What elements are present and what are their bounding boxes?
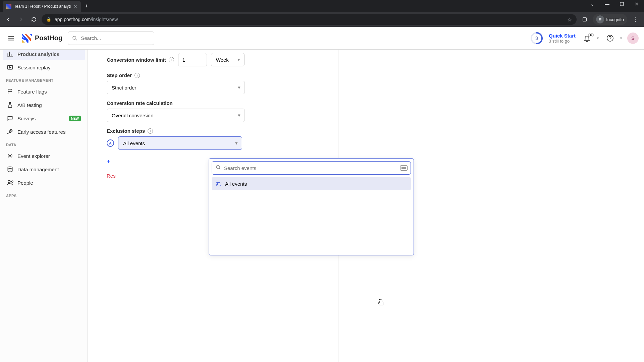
svg-point-14 — [8, 167, 12, 169]
main-panel: Conversion window limit i Week ▾ Step or… — [88, 50, 644, 362]
step-order-label: Step order — [107, 72, 132, 78]
search-placeholder: Search... — [81, 35, 101, 41]
sidebar-item-session-replay[interactable]: Session replay — [3, 61, 85, 74]
chat-icon — [7, 115, 13, 122]
chevron-down-icon[interactable]: ⌄ — [588, 1, 597, 7]
chevron-down-icon: ▾ — [238, 84, 240, 90]
quickstart-link[interactable]: Quick Start 3 still to go — [549, 33, 576, 44]
quickstart-progress[interactable]: 3 — [530, 32, 543, 45]
close-window-icon[interactable]: ✕ — [632, 1, 641, 7]
sidebar-item-event-explorer[interactable]: Event explorer — [3, 149, 85, 162]
sidebar-item-people[interactable]: People — [3, 176, 85, 189]
sidebar-section-data: DATA — [0, 139, 88, 149]
help-button[interactable] — [604, 32, 616, 44]
close-icon[interactable]: ✕ — [73, 4, 77, 9]
sidebar-item-label: A/B testing — [17, 102, 42, 108]
address-bar[interactable]: 🔒 app.posthog.com/insights/new ☆ — [42, 14, 577, 25]
extensions-icon[interactable] — [579, 14, 590, 25]
sidebar-section-apps: APPS — [0, 190, 88, 200]
sidebar-item-surveys[interactable]: Surveys NEW — [3, 112, 85, 125]
sidebar-item-data-management[interactable]: Data management — [3, 163, 85, 176]
search-icon — [72, 36, 77, 41]
select-value: Overall conversion — [112, 113, 153, 118]
logo-text: PostHog — [35, 34, 62, 42]
url-text: app.posthog.com/insights/new — [55, 17, 118, 22]
exclusion-steps-label: Exclusion steps — [107, 128, 145, 134]
bar-chart-icon — [7, 51, 13, 57]
browser-menu-icon[interactable]: ⋮ — [630, 14, 641, 25]
bookmark-icon[interactable]: ☆ — [567, 16, 572, 23]
sidebar-item-label: Surveys — [17, 116, 36, 121]
sidebar-section-feature: FEATURE MANAGEMENT — [0, 74, 88, 84]
notifications-button[interactable]: 0 — [581, 32, 593, 44]
svg-point-13 — [9, 155, 10, 156]
svg-point-12 — [10, 130, 11, 131]
keyboard-icon[interactable] — [400, 165, 408, 171]
sidebar-item-label: Data management — [17, 167, 59, 172]
svg-point-15 — [8, 180, 10, 183]
svg-line-17 — [219, 168, 220, 169]
sidebar-item-label: Feature flags — [17, 89, 47, 95]
info-icon[interactable]: i — [169, 57, 174, 62]
sidebar-item-label: Early access features — [17, 129, 65, 135]
info-icon[interactable]: i — [148, 128, 153, 134]
conversion-window-unit-select[interactable]: Week ▾ — [211, 53, 245, 66]
chevron-down-icon[interactable]: ▾ — [597, 36, 599, 40]
svg-rect-0 — [583, 18, 587, 21]
conversion-rate-label: Conversion rate calculation — [107, 100, 173, 106]
incognito-badge[interactable]: Incognito — [593, 14, 627, 25]
help-icon — [606, 35, 614, 42]
sidebar-item-product-analytics[interactable]: Product analytics — [3, 50, 85, 60]
search-input[interactable]: Search... — [68, 32, 154, 45]
conversion-rate-select[interactable]: Overall conversion ▾ — [107, 109, 245, 122]
tab-title: Team 1 Report • Product analyti — [14, 4, 71, 9]
chevron-down-icon: ▾ — [238, 112, 240, 118]
logo[interactable]: PostHog — [22, 34, 62, 43]
maximize-icon[interactable]: ❐ — [617, 1, 627, 7]
exclusion-event-select[interactable]: All events ▾ — [118, 136, 242, 150]
step-order-select[interactable]: Strict order ▾ — [107, 81, 245, 94]
incognito-label: Incognito — [606, 17, 624, 22]
sidebar-item-feature-flags[interactable]: Feature flags — [3, 85, 85, 98]
user-avatar[interactable]: S — [627, 33, 639, 44]
select-value: Strict order — [112, 85, 136, 90]
chevron-down-icon[interactable]: ▾ — [620, 36, 622, 40]
new-tab-button[interactable]: + — [85, 3, 88, 9]
browser-tab[interactable]: Team 1 Report • Product analyti ✕ — [3, 1, 81, 12]
back-button[interactable] — [3, 14, 13, 24]
select-value: All events — [123, 140, 145, 146]
all-events-icon — [216, 181, 222, 187]
svg-point-2 — [600, 19, 602, 20]
sidebar-item-label: Session replay — [17, 65, 50, 70]
plus-icon: + — [107, 159, 110, 165]
event-option-all-events[interactable]: All events — [212, 177, 411, 190]
minimize-icon[interactable]: — — [602, 1, 612, 7]
chevron-down-icon: ▾ — [237, 57, 240, 63]
sidebar-item-early-access[interactable]: Early access features — [3, 125, 85, 138]
svg-rect-18 — [217, 182, 220, 185]
flask-icon — [7, 102, 13, 108]
event-search-input[interactable] — [212, 161, 411, 175]
play-icon — [7, 64, 13, 71]
select-value: Week — [216, 57, 229, 63]
info-icon[interactable]: i — [135, 73, 140, 78]
user-initial: S — [631, 35, 635, 41]
incognito-icon — [596, 15, 604, 23]
event-option-label: All events — [225, 181, 247, 187]
new-badge: NEW — [69, 116, 81, 121]
sidebar-item-ab-testing[interactable]: A/B testing — [3, 99, 85, 111]
conversion-window-input[interactable] — [178, 53, 207, 66]
reload-button[interactable] — [29, 14, 39, 24]
sidebar: Product analytics Session replay FEATURE… — [0, 50, 88, 362]
menu-toggle-button[interactable] — [5, 33, 17, 44]
quickstart-subtitle: 3 still to go — [549, 39, 576, 44]
svg-point-1 — [599, 19, 600, 20]
event-picker-popover: All events — [209, 158, 414, 255]
flag-icon — [7, 88, 13, 95]
forward-button — [16, 14, 26, 24]
quickstart-title: Quick Start — [549, 33, 576, 39]
sidebar-item-label: Product analytics — [17, 51, 59, 57]
sidebar-item-label: Event explorer — [17, 153, 50, 159]
rocket-icon — [7, 128, 13, 135]
svg-point-6 — [73, 36, 76, 39]
